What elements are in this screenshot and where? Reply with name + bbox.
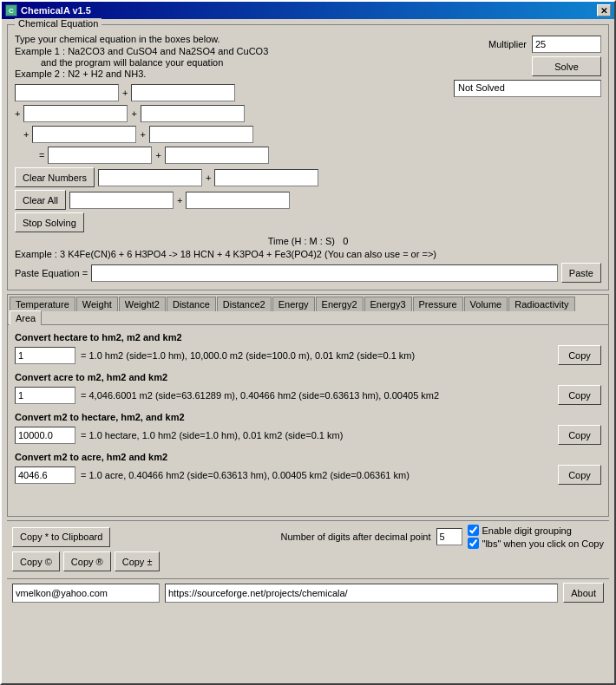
chemical-equation-group: Chemical Equation Type your chemical equ… bbox=[7, 24, 609, 290]
equation-left-panel: Type your chemical equation in the boxes… bbox=[15, 34, 438, 234]
tab-weight2[interactable]: Weight2 bbox=[119, 297, 166, 311]
tab-area[interactable]: Area bbox=[10, 310, 42, 325]
eq-input-3a[interactable] bbox=[32, 126, 136, 143]
convert-input-3[interactable] bbox=[15, 427, 75, 444]
eq-input-1a[interactable] bbox=[15, 84, 119, 101]
convert-label-1: Convert hectare to hm2, m2 and km2 bbox=[15, 332, 601, 342]
copy-button-1[interactable]: Copy bbox=[558, 345, 601, 365]
paste-input[interactable] bbox=[91, 264, 558, 282]
eq-input-2b[interactable] bbox=[141, 105, 245, 122]
plus-6b: + bbox=[177, 195, 182, 206]
plus-1: + bbox=[122, 88, 128, 98]
multiplier-label: Multiplier bbox=[488, 39, 527, 49]
tab-radioactivity[interactable]: Radioactivity bbox=[508, 297, 574, 311]
eq-input-5b[interactable] bbox=[214, 169, 318, 186]
eq-input-6a[interactable] bbox=[69, 192, 174, 209]
copy-button-3[interactable]: Copy bbox=[558, 425, 601, 445]
desc1: Type your chemical equation in the boxes… bbox=[15, 34, 438, 44]
convert-row-3: = 1.0 hectare, 1.0 hm2 (side=1.0 hm), 0.… bbox=[15, 425, 601, 445]
example1b: and the program will balance your equati… bbox=[15, 57, 438, 68]
eq-input-2a[interactable] bbox=[23, 105, 128, 122]
convert-input-2[interactable] bbox=[15, 387, 75, 404]
eq-input-5a[interactable] bbox=[98, 169, 202, 186]
about-button[interactable]: About bbox=[563, 583, 604, 603]
enable-grouping-row: Enable digit grouping bbox=[468, 525, 605, 536]
eq-input-1b[interactable] bbox=[131, 84, 235, 101]
title-bar-left: C ChemicalA v1.5 bbox=[5, 4, 91, 16]
btn-row2: Clear All + bbox=[15, 190, 438, 210]
digits-label: Number of digits after decimal point bbox=[280, 532, 430, 542]
lbs-label: "lbs" when you click on Copy bbox=[482, 538, 605, 549]
copy-clipboard-button[interactable]: Copy * to Clipboard bbox=[12, 527, 110, 547]
email-field[interactable] bbox=[12, 584, 160, 603]
copy-r-button[interactable]: Copy ® bbox=[63, 551, 111, 571]
tab-distance2[interactable]: Distance2 bbox=[217, 297, 272, 311]
eq-input-4a[interactable] bbox=[48, 147, 152, 164]
time-label: Time (H : M : S) bbox=[268, 236, 335, 246]
copy-c-button[interactable]: Copy © bbox=[12, 551, 60, 571]
footer-bar: About bbox=[7, 578, 609, 606]
digits-input[interactable] bbox=[436, 528, 462, 545]
convert-result-4: = 1.0 acre, 0.40466 hm2 (side=0.63613 hm… bbox=[81, 470, 553, 480]
copy-button-2[interactable]: Copy bbox=[558, 385, 601, 405]
tab-weight[interactable]: Weight bbox=[76, 297, 118, 311]
tabs-header: Temperature Weight Weight2 Distance Dist… bbox=[8, 295, 608, 325]
copy-pm-button[interactable]: Copy ± bbox=[115, 551, 161, 571]
eq-input-6b[interactable] bbox=[186, 192, 290, 209]
url-field[interactable] bbox=[165, 584, 558, 603]
group-title: Chemical Equation bbox=[15, 18, 102, 29]
eq-input-3b[interactable] bbox=[149, 126, 253, 143]
main-window: C ChemicalA v1.5 ✕ Chemical Equation Typ… bbox=[0, 0, 616, 685]
stop-solving-button[interactable]: Stop Solving bbox=[15, 212, 84, 232]
lbs-checkbox[interactable] bbox=[468, 538, 479, 549]
eq-row-1: + bbox=[15, 84, 438, 101]
tab-pressure[interactable]: Pressure bbox=[413, 297, 463, 311]
solve-button[interactable]: Solve bbox=[532, 56, 601, 76]
convert-block-3: Convert m2 to hectare, hm2, and km2 = 1.… bbox=[15, 412, 601, 445]
convert-input-4[interactable] bbox=[15, 466, 75, 484]
app-icon: C bbox=[5, 4, 17, 16]
copy-button-4[interactable]: Copy bbox=[558, 465, 601, 485]
status-box: Not Solved bbox=[454, 80, 601, 97]
convert-row-2: = 4,046.6001 m2 (side=63.61289 m), 0.404… bbox=[15, 385, 601, 405]
window-content: Chemical Equation Type your chemical equ… bbox=[2, 19, 614, 683]
convert-block-1: Convert hectare to hm2, m2 and km2 = 1.0… bbox=[15, 332, 601, 365]
lbs-row: "lbs" when you click on Copy bbox=[468, 538, 605, 549]
clear-numbers-button[interactable]: Clear Numbers bbox=[15, 167, 95, 187]
convert-input-1[interactable] bbox=[15, 347, 75, 364]
time-row: Time (H : M : S) 0 bbox=[15, 236, 601, 246]
checkbox-group: Enable digit grouping "lbs" when you cli… bbox=[468, 525, 605, 549]
btn-row: Clear Numbers + bbox=[15, 167, 438, 187]
tab-distance[interactable]: Distance bbox=[167, 297, 216, 311]
eq-input-4b[interactable] bbox=[165, 147, 269, 164]
tab-energy[interactable]: Energy bbox=[272, 297, 315, 311]
paste-button[interactable]: Paste bbox=[561, 263, 601, 283]
tabs-container: Temperature Weight Weight2 Distance Dist… bbox=[7, 294, 609, 517]
clear-all-button[interactable]: Clear All bbox=[15, 190, 66, 210]
tab-content-area: Convert hectare to hm2, m2 and km2 = 1.0… bbox=[8, 325, 608, 516]
convert-result-1: = 1.0 hm2 (side=1.0 hm), 10,000.0 m2 (si… bbox=[81, 350, 553, 361]
tab-energy3[interactable]: Energy3 bbox=[364, 297, 412, 311]
tab-volume[interactable]: Volume bbox=[464, 297, 508, 311]
bottom-bar: Copy * to Clipboard Number of digits aft… bbox=[7, 520, 609, 575]
example1: Example 1 : Na2CO3 and CuSO4 and Na2SO4 … bbox=[15, 46, 438, 56]
convert-block-4: Convert m2 to acre, hm2 and km2 = 1.0 ac… bbox=[15, 452, 601, 485]
eq-row-3: + + bbox=[15, 126, 438, 143]
tab-energy2[interactable]: Energy2 bbox=[316, 297, 364, 311]
tab-temperature[interactable]: Temperature bbox=[10, 297, 75, 311]
enable-grouping-checkbox[interactable] bbox=[468, 525, 479, 536]
multiplier-input[interactable] bbox=[532, 36, 601, 53]
enable-grouping-label: Enable digit grouping bbox=[482, 525, 572, 536]
plus-4b: + bbox=[155, 150, 161, 160]
close-button[interactable]: ✕ bbox=[597, 4, 611, 16]
window-title: ChemicalA v1.5 bbox=[21, 5, 91, 16]
paste-row: Paste Equation = Paste bbox=[15, 263, 601, 283]
convert-label-2: Convert acre to m2, hm2 and km2 bbox=[15, 372, 601, 382]
convert-result-3: = 1.0 hectare, 1.0 hm2 (side=1.0 hm), 0.… bbox=[81, 430, 553, 440]
plus-2a: + bbox=[15, 108, 20, 119]
bottom-row1: Copy * to Clipboard Number of digits aft… bbox=[12, 525, 604, 549]
plus-2b: + bbox=[131, 108, 136, 119]
convert-result-2: = 4,046.6001 m2 (side=63.61289 m), 0.404… bbox=[81, 390, 553, 401]
plus-3b: + bbox=[140, 129, 145, 140]
convert-label-3: Convert m2 to hectare, hm2, and km2 bbox=[15, 412, 601, 422]
